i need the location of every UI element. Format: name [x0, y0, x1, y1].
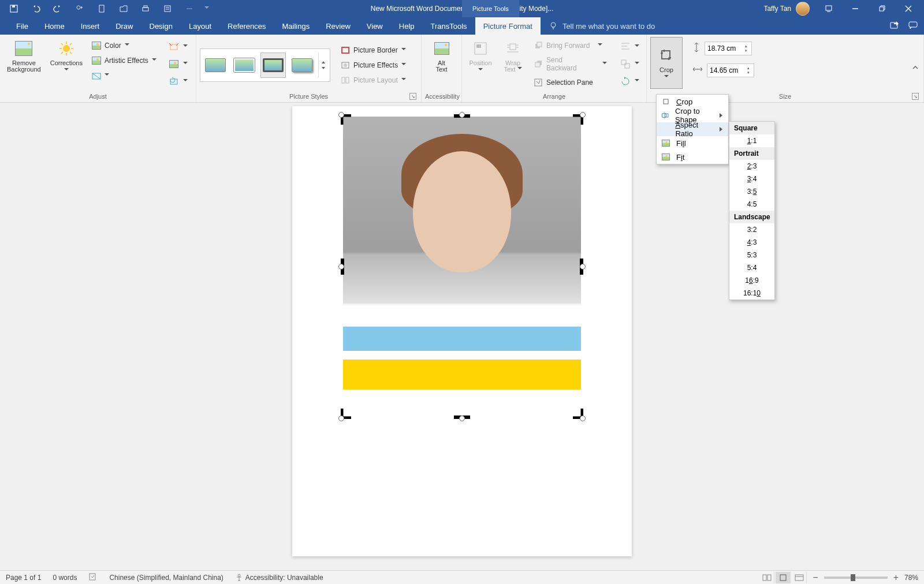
menu-item-fill[interactable]: Fill	[657, 136, 728, 150]
reset-picture-button[interactable]	[165, 74, 191, 89]
tab-insert[interactable]: Insert	[73, 17, 108, 35]
minimize-button[interactable]	[842, 0, 869, 17]
alt-text-button[interactable]: Alt Text	[427, 37, 457, 75]
qat-button-4[interactable]	[69, 1, 90, 17]
open-button[interactable]	[113, 1, 134, 17]
selection-handle[interactable]	[338, 415, 344, 421]
tab-references[interactable]: References	[219, 17, 274, 35]
new-doc-button[interactable]	[91, 1, 112, 17]
restore-button[interactable]	[869, 0, 895, 17]
page-count[interactable]: Page 1 of 1	[6, 574, 41, 582]
tab-review[interactable]: Review	[318, 17, 359, 35]
crop-button[interactable]: Crop	[650, 37, 683, 89]
selection-handle[interactable]	[580, 112, 586, 118]
picture-tools-tab-header[interactable]: Picture Tools	[462, 0, 519, 17]
ratio-4-3[interactable]: 4:3	[729, 236, 774, 249]
ratio-3-5[interactable]: 3:5	[729, 185, 774, 198]
tab-picture-format[interactable]: Picture Format	[475, 17, 541, 35]
style-thumb-1[interactable]	[203, 53, 228, 78]
tab-draw[interactable]: Draw	[107, 17, 141, 35]
tab-file[interactable]: File	[8, 17, 36, 35]
document-canvas[interactable]	[0, 103, 924, 570]
read-mode-button[interactable]	[759, 572, 774, 583]
transparency-button[interactable]	[88, 69, 160, 82]
qat-customize-button[interactable]	[201, 1, 213, 17]
ratio-5-4[interactable]: 5:4	[729, 261, 774, 274]
selected-picture[interactable]	[343, 117, 581, 417]
word-count[interactable]: 0 words	[53, 574, 77, 582]
style-thumb-3[interactable]	[260, 53, 286, 78]
color-button[interactable]: Color	[88, 39, 160, 52]
gallery-more-button[interactable]	[318, 53, 327, 78]
print-preview-button[interactable]	[135, 1, 156, 17]
change-picture-button[interactable]	[165, 57, 191, 72]
user-account[interactable]: Taffy Tan	[763, 2, 810, 16]
selection-handle[interactable]	[338, 112, 344, 118]
ratio-2-3[interactable]: 2:3	[729, 160, 774, 173]
tab-help[interactable]: Help	[391, 17, 423, 35]
ribbon-display-options-button[interactable]	[815, 0, 842, 17]
artistic-effects-button[interactable]: Artistic Effects	[88, 54, 160, 67]
height-input[interactable]	[707, 44, 741, 53]
tab-home[interactable]: Home	[36, 17, 73, 35]
ratio-3-4[interactable]: 3:4	[729, 173, 774, 185]
style-thumb-2[interactable]	[232, 53, 257, 78]
language-status[interactable]: Chinese (Simplified, Mainland China)	[109, 574, 223, 582]
spinner-down[interactable]: ▾	[743, 48, 749, 53]
selection-handle[interactable]	[580, 415, 586, 421]
undo-button[interactable]	[25, 1, 46, 17]
tab-transtools[interactable]: TransTools	[423, 17, 475, 35]
spinner-down[interactable]: ▾	[746, 70, 751, 75]
selection-handle[interactable]	[459, 112, 465, 118]
picture-styles-gallery[interactable]	[200, 48, 330, 82]
dialog-launcher-icon[interactable]: ↘	[409, 93, 416, 100]
selection-handle[interactable]	[459, 415, 465, 421]
ratio-1-1[interactable]: 1:1	[729, 134, 774, 147]
tab-design[interactable]: Design	[141, 17, 181, 35]
menu-item-fit[interactable]: Fit	[657, 150, 728, 164]
zoom-in-button[interactable]: +	[893, 572, 899, 583]
menu-item-aspect-ratio[interactable]: Aspect Ratio	[657, 122, 728, 136]
corrections-button[interactable]: Corrections	[47, 37, 86, 75]
zoom-slider[interactable]	[824, 576, 888, 579]
tab-layout[interactable]: Layout	[181, 17, 219, 35]
picture-border-button[interactable]: Picture Border	[337, 44, 409, 57]
title-bar: New Microsoft Word Document.docx [Compat…	[0, 0, 924, 17]
ratio-5-3[interactable]: 5:3	[729, 249, 774, 261]
selection-handle[interactable]	[338, 264, 344, 269]
compress-pictures-button[interactable]	[165, 39, 191, 54]
qat-button-8[interactable]	[157, 1, 178, 17]
ratio-16-10[interactable]: 16:10	[729, 287, 774, 300]
tab-mailings[interactable]: Mailings	[274, 17, 318, 35]
width-input[interactable]	[710, 66, 743, 74]
spinner-up[interactable]: ▴	[743, 44, 749, 48]
zoom-level[interactable]: 78%	[904, 574, 918, 582]
close-button[interactable]	[895, 0, 922, 17]
width-field[interactable]: ▴▾	[692, 63, 754, 77]
tab-view[interactable]: View	[359, 17, 391, 35]
save-button[interactable]	[3, 1, 24, 17]
zoom-out-button[interactable]: −	[813, 572, 818, 583]
tell-me-search[interactable]: Tell me what you want to do	[541, 17, 663, 35]
web-layout-button[interactable]	[792, 572, 807, 583]
collapse-ribbon-button[interactable]	[911, 63, 919, 74]
rotate-button[interactable]	[616, 74, 643, 89]
dialog-launcher-icon[interactable]: ↘	[912, 93, 919, 100]
print-layout-button[interactable]	[776, 572, 791, 583]
comments-button[interactable]	[908, 20, 918, 32]
ratio-3-2[interactable]: 3:2	[729, 223, 774, 236]
spellcheck-icon[interactable]	[88, 572, 98, 583]
accessibility-status[interactable]: Accessibility: Unavailable	[235, 574, 323, 582]
ratio-16-9[interactable]: 16:9	[729, 274, 774, 287]
ratio-4-5[interactable]: 4:5	[729, 198, 774, 211]
selection-handle[interactable]	[580, 264, 586, 269]
qat-button-9[interactable]	[179, 1, 200, 17]
style-thumb-4[interactable]	[289, 53, 315, 78]
picture-effects-button[interactable]: Picture Effects	[337, 59, 409, 72]
spinner-up[interactable]: ▴	[746, 66, 751, 70]
height-field[interactable]: ▴▾	[692, 42, 754, 55]
redo-button[interactable]	[47, 1, 68, 17]
remove-background-button[interactable]: Remove Background	[3, 37, 44, 75]
selection-pane-button[interactable]: Selection Pane	[530, 76, 610, 89]
share-button[interactable]	[889, 20, 900, 32]
